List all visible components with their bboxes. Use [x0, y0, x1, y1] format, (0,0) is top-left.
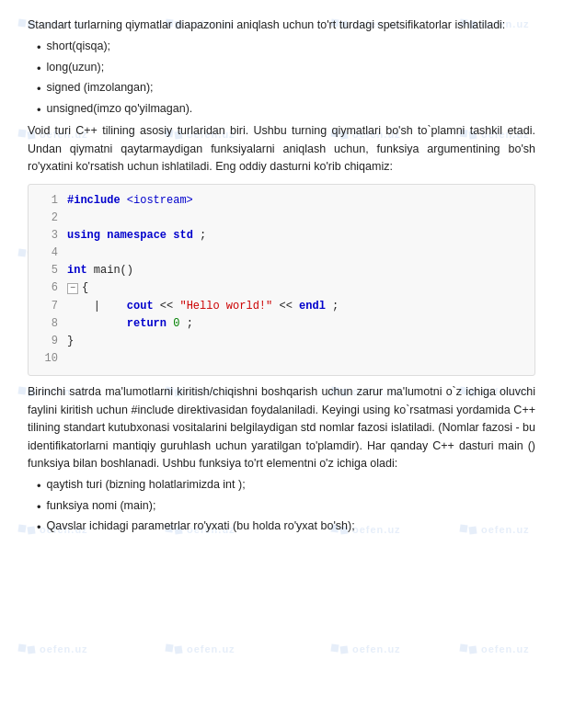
bullet-label-2: long(uzun); — [47, 59, 105, 76]
code-line-1: 1 #include <iostream> — [38, 192, 525, 210]
code-content-8: return 0 ; — [67, 315, 525, 333]
code-line-4: 4 — [38, 245, 525, 262]
collapse-icon[interactable]: − — [67, 283, 78, 294]
bullet-dot-4: • — [37, 101, 41, 119]
line-num-2: 2 — [38, 210, 58, 227]
code-content-5: int main() — [67, 262, 525, 279]
final-bullet-1: • qaytish turi (bizning holatlarimizda i… — [37, 476, 535, 495]
bullet-label-1: short(qisqa); — [47, 38, 110, 55]
int-keyword: int — [67, 264, 87, 277]
watermark: oefen.uz — [166, 643, 236, 654]
final-bullet-list: • qaytish turi (bizning holatlarimizda i… — [37, 476, 535, 537]
code-line-10: 10 — [38, 350, 525, 368]
line-num-6: 6 — [38, 279, 58, 297]
watermark: oefen.uz — [331, 643, 401, 654]
final-bullet-label-1: qaytish turi (bizning holatlarimizda int… — [47, 476, 246, 494]
final-bullet-dot-3: • — [37, 518, 41, 537]
bullet-label-3: signed (imzolangan); — [47, 79, 154, 97]
after-code-paragraph: Birinchi satrda ma'lumotlarni kiritish/c… — [28, 383, 535, 472]
code-block: 1 #include <iostream> 2 3 using namespac… — [28, 184, 535, 377]
code-line-8: 8 return 0 ; — [38, 315, 525, 333]
bullet-signed: • signed (imzolangan); — [37, 79, 535, 98]
line-num-1: 1 — [38, 192, 58, 210]
bullet-short: • short(qisqa); — [37, 38, 535, 57]
final-bullet-dot-2: • — [37, 498, 41, 517]
bullet-unsigned: • unsigned(imzo qo'yilmagan). — [37, 100, 535, 119]
iostream-include: <iostream> — [127, 194, 193, 207]
code-line-9: 9 } — [38, 333, 525, 350]
line-num-10: 10 — [38, 350, 58, 368]
line-num-8: 8 — [38, 315, 58, 333]
code-line-5: 5 int main() — [38, 262, 525, 279]
code-line-2: 2 — [38, 210, 525, 227]
using-keyword: using — [67, 229, 100, 242]
code-content-7: | cout << "Hello world!" << endl ; — [67, 298, 525, 315]
code-content-3: using namespace std ; — [67, 227, 525, 245]
line-num-4: 4 — [38, 245, 58, 262]
line-num-7: 7 — [38, 298, 58, 315]
hello-string: "Hello world!" — [179, 300, 272, 313]
line-num-3: 3 — [38, 227, 58, 245]
code-line-7: 7 | cout << "Hello world!" << endl ; — [38, 298, 525, 315]
code-line-3: 3 using namespace std ; — [38, 227, 525, 245]
std-keyword: std — [173, 229, 193, 242]
watermark: oefen.uz — [18, 643, 88, 654]
final-bullet-label-2: funksiya nomi (main); — [47, 497, 156, 515]
bullet-dot-2: • — [37, 60, 41, 78]
bullet-list-types: • short(qisqa); • long(uzun); • signed (… — [37, 38, 535, 119]
namespace-keyword: namespace — [107, 229, 167, 242]
final-bullet-2: • funksiya nomi (main); — [37, 497, 535, 517]
cout-keyword: cout — [127, 300, 154, 313]
void-paragraph: Void turi C++ tilining asosiy turlaridan… — [28, 122, 535, 176]
endl-keyword: endl — [299, 300, 326, 313]
code-content-9: } — [67, 333, 525, 350]
return-keyword: return — [127, 317, 167, 330]
page-content: Standart turlarning qiymatlar diapazonin… — [0, 0, 563, 557]
bullet-dot-3: • — [37, 80, 41, 98]
code-content-6: −{ — [67, 279, 525, 297]
code-line-6: 6 −{ — [38, 279, 525, 297]
code-content-1: #include <iostream> — [67, 192, 525, 210]
intro-paragraph: Standart turlarning qiymatlar diapazonin… — [28, 17, 535, 34]
watermark: oefen.uz — [460, 643, 530, 654]
bullet-dot-1: • — [37, 39, 41, 57]
return-value: 0 — [173, 317, 179, 330]
final-bullet-dot-1: • — [37, 477, 41, 495]
bullet-label-4: unsigned(imzo qo'yilmagan). — [47, 100, 193, 118]
bullet-long: • long(uzun); — [37, 59, 535, 78]
hash-keyword: #include — [67, 194, 121, 207]
final-bullet-3: • Qavslar ichidagi parametrlar ro'yxati … — [37, 518, 535, 537]
line-num-9: 9 — [38, 333, 58, 350]
final-bullet-label-3: Qavslar ichidagi parametrlar ro'yxati (b… — [47, 518, 355, 535]
line-num-5: 5 — [38, 262, 58, 279]
